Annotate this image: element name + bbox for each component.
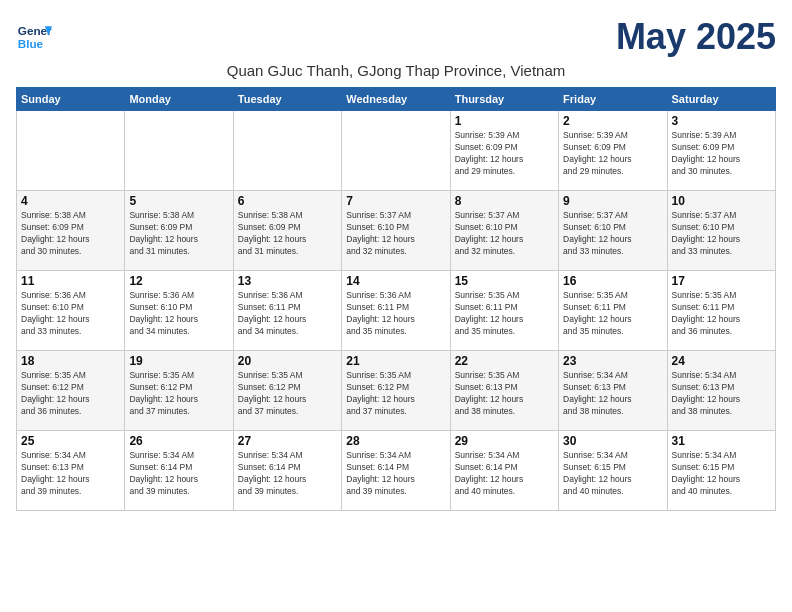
calendar-day-cell: 29Sunrise: 5:34 AM Sunset: 6:14 PM Dayli… [450,431,558,511]
calendar-day-cell: 27Sunrise: 5:34 AM Sunset: 6:14 PM Dayli… [233,431,341,511]
empty-day-cell [233,111,341,191]
weekday-header-monday: Monday [125,88,233,111]
day-number: 18 [21,354,120,368]
day-number: 15 [455,274,554,288]
weekday-header-sunday: Sunday [17,88,125,111]
day-number: 31 [672,434,771,448]
day-info: Sunrise: 5:38 AM Sunset: 6:09 PM Dayligh… [129,210,228,258]
day-info: Sunrise: 5:35 AM Sunset: 6:13 PM Dayligh… [455,370,554,418]
calendar-day-cell: 11Sunrise: 5:36 AM Sunset: 6:10 PM Dayli… [17,271,125,351]
day-number: 4 [21,194,120,208]
calendar-day-cell: 31Sunrise: 5:34 AM Sunset: 6:15 PM Dayli… [667,431,775,511]
calendar-day-cell: 23Sunrise: 5:34 AM Sunset: 6:13 PM Dayli… [559,351,667,431]
calendar-day-cell: 2Sunrise: 5:39 AM Sunset: 6:09 PM Daylig… [559,111,667,191]
calendar-day-cell: 22Sunrise: 5:35 AM Sunset: 6:13 PM Dayli… [450,351,558,431]
weekday-header-friday: Friday [559,88,667,111]
empty-day-cell [125,111,233,191]
calendar-day-cell: 25Sunrise: 5:34 AM Sunset: 6:13 PM Dayli… [17,431,125,511]
month-title: May 2025 [616,16,776,58]
day-info: Sunrise: 5:34 AM Sunset: 6:15 PM Dayligh… [563,450,662,498]
calendar-week-row: 11Sunrise: 5:36 AM Sunset: 6:10 PM Dayli… [17,271,776,351]
day-info: Sunrise: 5:37 AM Sunset: 6:10 PM Dayligh… [563,210,662,258]
day-info: Sunrise: 5:34 AM Sunset: 6:14 PM Dayligh… [238,450,337,498]
calendar-day-cell: 20Sunrise: 5:35 AM Sunset: 6:12 PM Dayli… [233,351,341,431]
day-info: Sunrise: 5:34 AM Sunset: 6:14 PM Dayligh… [455,450,554,498]
day-info: Sunrise: 5:39 AM Sunset: 6:09 PM Dayligh… [672,130,771,178]
weekday-header-tuesday: Tuesday [233,88,341,111]
day-info: Sunrise: 5:38 AM Sunset: 6:09 PM Dayligh… [238,210,337,258]
day-info: Sunrise: 5:34 AM Sunset: 6:13 PM Dayligh… [563,370,662,418]
day-info: Sunrise: 5:36 AM Sunset: 6:10 PM Dayligh… [129,290,228,338]
weekday-header-saturday: Saturday [667,88,775,111]
calendar-day-cell: 24Sunrise: 5:34 AM Sunset: 6:13 PM Dayli… [667,351,775,431]
day-number: 16 [563,274,662,288]
day-number: 3 [672,114,771,128]
page-header: General Blue May 2025 [16,16,776,58]
day-number: 30 [563,434,662,448]
day-number: 8 [455,194,554,208]
calendar-week-row: 25Sunrise: 5:34 AM Sunset: 6:13 PM Dayli… [17,431,776,511]
calendar-day-cell: 19Sunrise: 5:35 AM Sunset: 6:12 PM Dayli… [125,351,233,431]
day-info: Sunrise: 5:35 AM Sunset: 6:11 PM Dayligh… [455,290,554,338]
day-number: 29 [455,434,554,448]
day-number: 24 [672,354,771,368]
day-number: 22 [455,354,554,368]
day-info: Sunrise: 5:34 AM Sunset: 6:14 PM Dayligh… [129,450,228,498]
day-number: 12 [129,274,228,288]
day-info: Sunrise: 5:36 AM Sunset: 6:11 PM Dayligh… [346,290,445,338]
day-number: 17 [672,274,771,288]
day-info: Sunrise: 5:35 AM Sunset: 6:12 PM Dayligh… [346,370,445,418]
day-info: Sunrise: 5:37 AM Sunset: 6:10 PM Dayligh… [672,210,771,258]
day-number: 5 [129,194,228,208]
day-info: Sunrise: 5:37 AM Sunset: 6:10 PM Dayligh… [346,210,445,258]
day-number: 6 [238,194,337,208]
calendar-day-cell: 15Sunrise: 5:35 AM Sunset: 6:11 PM Dayli… [450,271,558,351]
day-number: 13 [238,274,337,288]
day-info: Sunrise: 5:35 AM Sunset: 6:11 PM Dayligh… [563,290,662,338]
calendar-week-row: 18Sunrise: 5:35 AM Sunset: 6:12 PM Dayli… [17,351,776,431]
day-number: 20 [238,354,337,368]
weekday-header-thursday: Thursday [450,88,558,111]
calendar-day-cell: 8Sunrise: 5:37 AM Sunset: 6:10 PM Daylig… [450,191,558,271]
calendar-table: SundayMondayTuesdayWednesdayThursdayFrid… [16,87,776,511]
calendar-day-cell: 12Sunrise: 5:36 AM Sunset: 6:10 PM Dayli… [125,271,233,351]
empty-day-cell [17,111,125,191]
calendar-day-cell: 18Sunrise: 5:35 AM Sunset: 6:12 PM Dayli… [17,351,125,431]
day-number: 27 [238,434,337,448]
general-blue-logo-icon: General Blue [16,19,52,55]
calendar-day-cell: 16Sunrise: 5:35 AM Sunset: 6:11 PM Dayli… [559,271,667,351]
weekday-header-row: SundayMondayTuesdayWednesdayThursdayFrid… [17,88,776,111]
day-info: Sunrise: 5:34 AM Sunset: 6:13 PM Dayligh… [672,370,771,418]
logo-area: General Blue [16,19,56,55]
calendar-day-cell: 21Sunrise: 5:35 AM Sunset: 6:12 PM Dayli… [342,351,450,431]
empty-day-cell [342,111,450,191]
day-info: Sunrise: 5:36 AM Sunset: 6:10 PM Dayligh… [21,290,120,338]
calendar-week-row: 1Sunrise: 5:39 AM Sunset: 6:09 PM Daylig… [17,111,776,191]
day-number: 21 [346,354,445,368]
calendar-day-cell: 7Sunrise: 5:37 AM Sunset: 6:10 PM Daylig… [342,191,450,271]
calendar-day-cell: 6Sunrise: 5:38 AM Sunset: 6:09 PM Daylig… [233,191,341,271]
day-info: Sunrise: 5:34 AM Sunset: 6:14 PM Dayligh… [346,450,445,498]
calendar-day-cell: 28Sunrise: 5:34 AM Sunset: 6:14 PM Dayli… [342,431,450,511]
day-info: Sunrise: 5:36 AM Sunset: 6:11 PM Dayligh… [238,290,337,338]
day-number: 10 [672,194,771,208]
day-number: 1 [455,114,554,128]
calendar-day-cell: 13Sunrise: 5:36 AM Sunset: 6:11 PM Dayli… [233,271,341,351]
svg-text:Blue: Blue [18,37,44,50]
day-number: 9 [563,194,662,208]
calendar-subtitle: Quan GJuc Thanh, GJong Thap Province, Vi… [16,62,776,79]
day-info: Sunrise: 5:35 AM Sunset: 6:12 PM Dayligh… [21,370,120,418]
day-info: Sunrise: 5:35 AM Sunset: 6:11 PM Dayligh… [672,290,771,338]
calendar-day-cell: 1Sunrise: 5:39 AM Sunset: 6:09 PM Daylig… [450,111,558,191]
day-info: Sunrise: 5:35 AM Sunset: 6:12 PM Dayligh… [129,370,228,418]
day-info: Sunrise: 5:37 AM Sunset: 6:10 PM Dayligh… [455,210,554,258]
calendar-day-cell: 5Sunrise: 5:38 AM Sunset: 6:09 PM Daylig… [125,191,233,271]
calendar-day-cell: 10Sunrise: 5:37 AM Sunset: 6:10 PM Dayli… [667,191,775,271]
day-number: 28 [346,434,445,448]
day-number: 19 [129,354,228,368]
day-info: Sunrise: 5:34 AM Sunset: 6:13 PM Dayligh… [21,450,120,498]
day-number: 25 [21,434,120,448]
calendar-day-cell: 26Sunrise: 5:34 AM Sunset: 6:14 PM Dayli… [125,431,233,511]
day-number: 23 [563,354,662,368]
calendar-day-cell: 3Sunrise: 5:39 AM Sunset: 6:09 PM Daylig… [667,111,775,191]
